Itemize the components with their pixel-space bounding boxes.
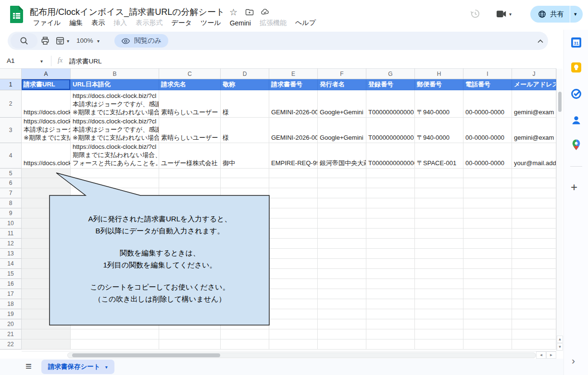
cell-G13[interactable] [366,249,415,259]
name-box[interactable]: A1 [7,57,15,64]
cell-I8[interactable] [463,198,512,208]
cell-F15[interactable] [318,269,366,279]
cell-I13[interactable] [463,249,512,259]
cell-I1[interactable]: 電話番号 [463,79,512,90]
calendar-icon[interactable]: 31 [570,36,582,48]
cell-B22[interactable] [71,339,159,350]
cell-J5[interactable] [512,169,556,178]
cell-G11[interactable] [366,229,415,239]
cell-J21[interactable] [512,329,556,339]
cell-A4[interactable]: https://docs.clock-clock.biz/?c [22,143,71,169]
cell-F6[interactable] [318,178,366,188]
column-header-J[interactable]: J [512,69,556,79]
cell-H4[interactable]: 〒SPACE-001 [415,143,463,169]
cell-H9[interactable] [415,208,463,218]
cell-G3[interactable]: T000000000000 [366,118,415,143]
keep-icon[interactable] [570,61,582,73]
cell-G8[interactable] [366,198,415,208]
row-header-19[interactable]: 19 [0,309,22,319]
cell-F8[interactable] [318,198,366,208]
cell-A1[interactable]: 請求書URL [22,79,71,90]
folder-move-icon[interactable] [245,8,254,16]
row-header-5[interactable]: 5 [0,169,22,178]
add-addon-icon[interactable]: + [571,181,577,193]
cell-I18[interactable] [463,299,512,309]
search-icon[interactable] [19,36,29,46]
menu-item-データ[interactable]: データ [167,18,196,28]
all-sheets-icon[interactable]: ≡ [25,361,32,372]
cell-F16[interactable] [318,279,366,289]
cell-E13[interactable] [269,249,318,259]
star-icon[interactable]: ☆ [229,7,238,18]
cell-F21[interactable] [318,329,366,339]
cell-I17[interactable] [463,289,512,299]
cell-G4[interactable]: T0000000000000 [366,143,415,169]
cell-H1[interactable]: 郵便番号 [415,79,463,90]
row-header-6[interactable]: 6 [0,178,22,188]
cell-J4[interactable]: your@mail.add [512,143,556,169]
cell-E8[interactable] [269,198,318,208]
cell-D21[interactable] [221,329,269,339]
cell-B21[interactable] [71,329,159,339]
menu-item-ファイル[interactable]: ファイル [29,18,65,28]
column-header-G[interactable]: G [366,69,415,79]
cell-H13[interactable] [415,249,463,259]
cell-F17[interactable] [318,289,366,299]
cloud-saved-icon[interactable] [261,8,270,16]
cell-G5[interactable] [366,169,415,178]
cell-I4[interactable]: 00-0000-0000 [463,143,512,169]
cell-H12[interactable] [415,239,463,249]
cell-H15[interactable] [415,269,463,279]
cell-J1[interactable]: メールアドレス [512,79,556,90]
cell-F14[interactable] [318,259,366,269]
cell-E4[interactable]: EMPIRE-REQ-99 [269,143,318,169]
menu-item-表示[interactable]: 表示 [87,18,109,28]
menu-item-ツール[interactable]: ツール [196,18,225,28]
cell-E20[interactable] [269,319,318,329]
cell-F12[interactable] [318,239,366,249]
cell-I6[interactable] [463,178,512,188]
cell-F5[interactable] [318,169,366,178]
version-history-icon[interactable] [470,8,481,19]
cell-C3[interactable]: 素晴らしいユーザー [159,118,221,143]
row-header-4[interactable]: 4 [0,143,22,169]
cell-A3[interactable]: https://docs.clock-clock.biz/?c本請求はジョークで… [22,118,71,143]
cell-F10[interactable] [318,218,366,229]
cell-H21[interactable] [415,329,463,339]
cell-J6[interactable] [512,178,556,188]
cell-E6[interactable] [269,178,318,188]
cell-I11[interactable] [463,229,512,239]
cell-J22[interactable] [512,339,556,350]
cell-G21[interactable] [366,329,415,339]
cell-F11[interactable] [318,229,366,239]
cell-I16[interactable] [463,279,512,289]
cell-F1[interactable]: 発行者名 [318,79,366,90]
row-header-12[interactable]: 12 [0,239,22,249]
scroll-left-button[interactable]: ◄ [536,351,546,359]
menu-item-Gemini[interactable]: Gemini [225,18,255,28]
row-header-14[interactable]: 14 [0,259,22,269]
row-header-3[interactable]: 3 [0,118,22,143]
cell-C21[interactable] [159,329,221,339]
row-header-13[interactable]: 13 [0,249,22,259]
row-header-9[interactable]: 9 [0,208,22,218]
row-header-15[interactable]: 15 [0,269,22,279]
hide-side-panel-icon[interactable]: › [572,355,575,365]
cell-F3[interactable]: Google+Gemini [318,118,366,143]
cell-J12[interactable] [512,239,556,249]
horizontal-scrollbar-thumb[interactable] [72,353,220,357]
row-header-16[interactable]: 16 [0,279,22,289]
cell-G18[interactable] [366,299,415,309]
cell-G10[interactable] [366,218,415,229]
cell-A21[interactable] [22,329,71,339]
cell-J2[interactable]: gemini@exam [512,90,556,118]
cell-F2[interactable]: Google+Gemini [318,90,366,118]
row-header-10[interactable]: 10 [0,218,22,229]
cell-H7[interactable] [415,188,463,198]
cell-E12[interactable] [269,239,318,249]
scroll-down-button[interactable]: ▼ [557,343,563,351]
cell-H20[interactable] [415,319,463,329]
cell-G16[interactable] [366,279,415,289]
cell-E15[interactable] [269,269,318,279]
cell-E11[interactable] [269,229,318,239]
